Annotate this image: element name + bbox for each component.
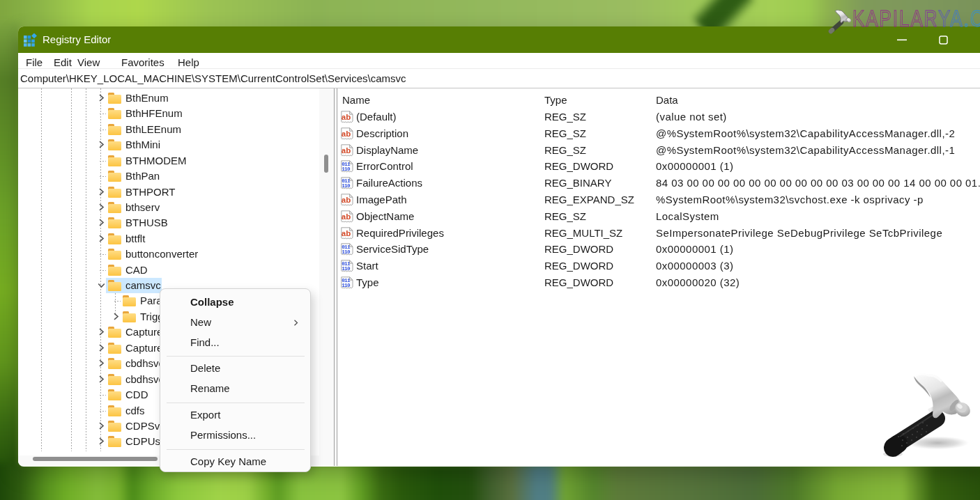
svg-text:110: 110 bbox=[342, 183, 351, 189]
svg-text:ab: ab bbox=[342, 229, 351, 237]
svg-text:ab: ab bbox=[342, 130, 351, 138]
svg-text:ab: ab bbox=[342, 113, 351, 121]
svg-text:110: 110 bbox=[342, 249, 351, 255]
svg-text:110: 110 bbox=[342, 266, 351, 272]
svg-text:110: 110 bbox=[342, 166, 351, 172]
svg-text:110: 110 bbox=[342, 283, 351, 288]
svg-text:ab: ab bbox=[342, 146, 351, 155]
svg-text:ab: ab bbox=[342, 212, 351, 221]
svg-text:ab: ab bbox=[342, 196, 351, 204]
